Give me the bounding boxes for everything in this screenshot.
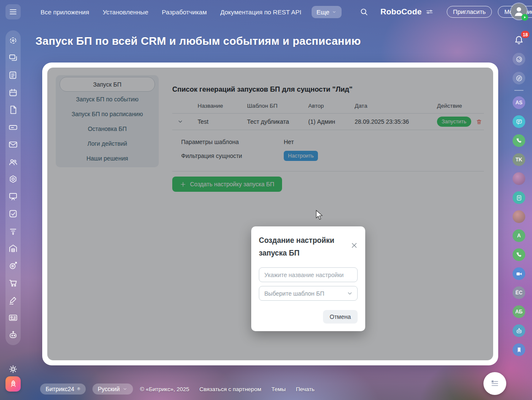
topbar: Все приложения Установленные Разработчик… [0, 0, 532, 24]
contact-as[interactable]: AS [513, 96, 525, 109]
modal-title: Создание настройки запуска БП [259, 234, 358, 259]
setting-name-input[interactable] [259, 267, 358, 282]
brand: RoboCode [380, 7, 433, 16]
hamburger-menu-button[interactable] [5, 4, 21, 19]
contact-photo-1[interactable] [513, 172, 525, 185]
contact-es[interactable]: ЁС [513, 286, 525, 299]
bot-channel-icon[interactable] [513, 324, 525, 337]
ai-robot-icon[interactable] [8, 330, 18, 340]
search-icon [359, 7, 369, 16]
saved-messages-icon[interactable] [513, 343, 525, 356]
mail-icon[interactable] [8, 139, 18, 150]
hamburger-icon [9, 8, 17, 16]
contact-a[interactable]: A [513, 229, 525, 242]
play-icon [523, 16, 527, 19]
bp-template-select[interactable]: Выберите шаблон БП [259, 286, 358, 301]
calendar-icon[interactable] [8, 87, 18, 98]
page-title: Запуск БП по всей CRM и любым событиям и… [35, 35, 361, 48]
nav-developers[interactable]: Разработчикам [162, 8, 206, 16]
video-call-icon[interactable] [513, 267, 525, 280]
footer-links: Связаться с партнером Темы Печать [199, 386, 315, 392]
news-icon[interactable] [8, 70, 18, 80]
sign-board-icon[interactable] [8, 191, 18, 201]
copilot-icon[interactable] [513, 53, 525, 65]
promo-rocket-button[interactable] [5, 376, 21, 392]
esign-icon[interactable] [8, 295, 18, 305]
copyright: © «Битрикс», 2025 [140, 386, 189, 392]
brand-name: RoboCode [380, 7, 422, 16]
registered-mark: ® [77, 387, 80, 391]
contact-tk[interactable]: TK [513, 153, 525, 166]
right-rail: 18ASTKAЁСАБ [511, 34, 527, 356]
modal-close-button[interactable] [350, 242, 358, 249]
chevron-down-icon [332, 10, 337, 14]
nav-rest-api-docs[interactable]: Документация по REST API [220, 8, 301, 16]
settings-button[interactable] [8, 364, 18, 374]
nav-installed[interactable]: Установленные [103, 8, 148, 16]
call-contact-2-icon[interactable] [513, 248, 525, 261]
chat-transfer-icon[interactable] [513, 72, 525, 84]
themes-link[interactable]: Темы [271, 386, 286, 392]
tasks-icon[interactable] [8, 209, 18, 219]
call-contact-icon[interactable] [513, 134, 525, 147]
group-chat-icon[interactable] [513, 115, 525, 128]
left-rail [5, 30, 21, 345]
drive-icon[interactable] [8, 122, 18, 132]
more-label: Еще [317, 8, 330, 16]
user-avatar[interactable] [511, 3, 527, 19]
contact-ab[interactable]: АБ [513, 305, 525, 318]
chevron-down-icon [347, 290, 353, 297]
footer: Битрикс24® Русский © «Битрикс», 2025 Свя… [40, 384, 315, 395]
documents-icon[interactable] [8, 105, 18, 115]
nav-all-apps[interactable]: Все приложения [41, 8, 89, 16]
sites-icon[interactable] [8, 226, 18, 236]
marketing-icon[interactable] [8, 261, 18, 271]
bp-template-placeholder: Выберите шаблон БП [264, 290, 324, 297]
bitrix-brand-pill[interactable]: Битрикс24® [40, 384, 86, 395]
modal-footer: Отмена [259, 310, 358, 324]
create-setting-modal: Создание настройки запуска БП Выберите ш… [251, 226, 365, 331]
search-button[interactable] [359, 7, 369, 16]
contact-photo-2[interactable] [513, 210, 525, 223]
live-feed-icon[interactable] [8, 35, 18, 46]
warehouse-icon[interactable] [8, 243, 18, 253]
cancel-button[interactable]: Отмена [323, 310, 358, 324]
online-status-dot [521, 14, 528, 21]
invite-button[interactable]: Пригласить [447, 6, 492, 18]
contact-center-icon[interactable] [8, 313, 18, 323]
rail-divider [514, 90, 524, 91]
chevron-down-icon [122, 386, 128, 392]
top-navigation: Все приложения Установленные Разработчик… [41, 8, 301, 16]
gear-icon [8, 364, 18, 374]
language-label: Русский [98, 386, 120, 392]
partner-link[interactable]: Связаться с партнером [199, 386, 261, 392]
sliders-icon[interactable] [426, 8, 433, 16]
language-selector[interactable]: Русский [92, 384, 133, 395]
more-dropdown[interactable]: Еще [312, 6, 342, 18]
quick-menu-button[interactable] [483, 372, 506, 395]
shop-icon[interactable] [8, 278, 18, 288]
messenger-icon[interactable] [8, 53, 18, 63]
employees-icon[interactable] [8, 157, 18, 167]
bitrix-brand-label: Битрикс24 [46, 386, 74, 392]
notifications-bell-icon[interactable]: 18 [513, 34, 525, 46]
print-link[interactable]: Печать [296, 386, 315, 392]
notification-badge: 18 [521, 31, 529, 38]
doc-channel-icon[interactable] [513, 191, 525, 204]
list-menu-icon [490, 378, 500, 389]
rocket-icon [8, 379, 18, 389]
close-icon [350, 242, 358, 249]
crm-icon[interactable] [8, 174, 18, 184]
